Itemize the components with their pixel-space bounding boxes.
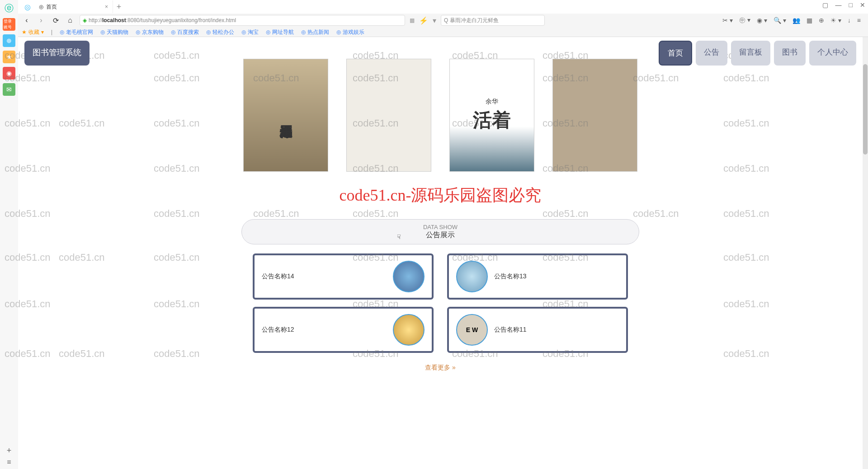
nav-tab-home[interactable]: 首页 (659, 41, 692, 66)
announcement-thumb (393, 261, 425, 292)
qr-icon[interactable]: ▦ (410, 17, 415, 23)
globe-icon[interactable]: ⊕ (819, 17, 824, 24)
view-more-link[interactable]: 查看更多 » (18, 364, 863, 372)
section-title-zh: 公告展示 (426, 230, 455, 240)
bookmark-item-8[interactable]: ◎ 热点新闻 (301, 28, 329, 36)
window-maximize-icon[interactable]: □ (849, 1, 853, 9)
browser-chrome: ◎ ◎ 首页 × + ▢ — □ ✕ ‹ › ⟳ ⌂ ◈ http://loca… (18, 0, 868, 37)
forward-button[interactable]: › (36, 15, 46, 25)
home-button[interactable]: ⌂ (65, 15, 75, 25)
sidebar-menu-icon[interactable]: ≡ (7, 458, 11, 466)
bookmark-item-4[interactable]: ◎ 百度搜索 (171, 28, 199, 36)
bookmark-item-2[interactable]: ◎ 天猫购物 (100, 28, 128, 36)
bookmark-item-7[interactable]: ◎ 网址导航 (266, 28, 294, 36)
window-minimize-icon[interactable]: — (835, 1, 842, 9)
sidebar-add-icon[interactable]: + (7, 446, 12, 455)
vertical-scrollbar[interactable] (863, 37, 868, 469)
bookmark-item-1[interactable]: ◎ 老毛桃官网 (60, 28, 93, 36)
tab-favicon-icon: ◎ (39, 4, 43, 10)
tab-title: 首页 (46, 3, 57, 11)
zoom-icon[interactable]: 🔍 ▾ (774, 17, 786, 24)
download-icon[interactable]: ↓ (848, 17, 851, 24)
toolbar-icons: ✂ ▾ ㊥ ▾ ◉ ▾ 🔍 ▾ 👥 ▦ ⊕ ☀ ▾ ↓ ≡ (722, 16, 861, 24)
compass-icon[interactable]: ◎ (21, 3, 34, 11)
announcement-card[interactable]: 公告名称14 (253, 253, 434, 300)
scissors-icon[interactable]: ✂ ▾ (722, 17, 733, 24)
nav-tab-message[interactable]: 留言板 (731, 41, 770, 66)
search-placeholder: 暴雨冲走白刀元鲜鱼 (450, 17, 499, 24)
announcement-card[interactable]: 公告名称12 (253, 307, 434, 353)
bookmark-item-9[interactable]: ◎ 游戏娱乐 (336, 28, 364, 36)
translate-icon[interactable]: ㊥ ▾ (739, 16, 750, 24)
announcement-title: 公告名称14 (262, 272, 294, 281)
nav-tab-announce[interactable]: 公告 (696, 41, 727, 66)
announcement-title: 公告名称13 (494, 272, 527, 281)
url-input[interactable]: ◈ http://localhost:8080/tushujieyueguanl… (80, 15, 405, 26)
sidebar-app-4-icon[interactable]: ✉ (3, 83, 15, 96)
reload-button[interactable]: ⟳ (51, 15, 61, 25)
shield-tool-icon[interactable]: ◉ ▾ (757, 17, 767, 24)
menu-icon[interactable]: ≡ (857, 17, 861, 24)
back-button[interactable]: ‹ (22, 15, 32, 25)
address-bar: ‹ › ⟳ ⌂ ◈ http://localhost:8080/tushujie… (18, 14, 868, 27)
book-cover-2[interactable] (346, 59, 431, 172)
section-title-en: DATA SHOW (423, 224, 458, 230)
nav-tab-books[interactable]: 图书 (774, 41, 806, 66)
book-title: 活着 (473, 108, 511, 133)
announcement-card[interactable]: 公告名称13 (447, 253, 628, 300)
browser-tab[interactable]: ◎ 首页 × (34, 0, 113, 13)
watermark-warning: code51.cn-源码乐园盗图必究 (18, 184, 863, 206)
nav-tab-profile[interactable]: 个人中心 (809, 41, 856, 66)
books-carousel: 條條大道通羅馬 余华 活着 (18, 59, 863, 172)
grid-icon[interactable]: ▦ (807, 17, 812, 24)
book-cover-3[interactable]: 余华 活着 (449, 59, 534, 172)
bookmark-item-6[interactable]: ◎ 淘宝 (241, 28, 259, 36)
sidebar-app-3-icon[interactable]: ◉ (3, 67, 15, 80)
announcement-grid: 公告名称14 公告名称13 公告名称12 公告名称11 E W (253, 253, 628, 353)
app-brand[interactable]: 图书管理系统 (24, 41, 90, 66)
main-content[interactable]: 條條大道通羅馬 余华 活着 code51.cn-源码乐园盗图必究 DATA SH… (18, 37, 863, 469)
shield-icon: ◈ (83, 17, 87, 23)
people-icon[interactable]: 👥 (793, 17, 800, 24)
window-pip-icon[interactable]: ▢ (822, 1, 828, 9)
announcement-title: 公告名称11 (494, 326, 527, 334)
bookmark-favorites[interactable]: ★ 收藏 ▾ (22, 28, 44, 36)
book-cover-1[interactable]: 條條大道通羅馬 (243, 59, 328, 172)
search-input[interactable]: Q 暴雨冲走白刀元鲜鱼 (441, 15, 545, 26)
announcement-thumb (456, 261, 488, 292)
flash-icon[interactable]: ⚡ (419, 16, 428, 25)
close-tab-icon[interactable]: × (105, 4, 108, 10)
search-icon: Q (444, 17, 448, 23)
sun-icon[interactable]: ☀ ▾ (830, 17, 841, 24)
announcement-title: 公告名称12 (262, 326, 294, 334)
login-tag[interactable]: 登录账号 (3, 18, 15, 31)
sidebar-app-2-icon[interactable]: ★ (3, 51, 15, 63)
sidebar-app-1-icon[interactable]: ⊕ (3, 34, 15, 47)
book-author: 余华 (473, 98, 511, 106)
announcement-thumb (393, 314, 425, 346)
tab-bar: ◎ ◎ 首页 × + ▢ — □ ✕ (18, 0, 868, 14)
announcement-thumb: E W (456, 314, 488, 346)
chevron-down-icon[interactable]: ▾ (433, 16, 436, 25)
scroll-thumb[interactable] (863, 64, 868, 155)
book-cover-4[interactable] (552, 59, 637, 172)
window-close-icon[interactable]: ✕ (860, 1, 865, 9)
bookmark-item-5[interactable]: ◎ 轻松办公 (206, 28, 234, 36)
bookmark-sep: | (51, 29, 52, 35)
section-header: DATA SHOW 公告展示 (241, 219, 639, 244)
bookmark-item-3[interactable]: ◎ 京东购物 (136, 28, 164, 36)
window-controls: ▢ — □ ✕ (822, 1, 865, 9)
url-text: http://localhost:8080/tushujieyueguanlix… (89, 17, 236, 23)
browser-logo-icon[interactable]: ⓔ (3, 2, 15, 14)
announcement-card[interactable]: 公告名称11 E W (447, 307, 628, 353)
new-tab-button[interactable]: + (113, 1, 125, 13)
app-nav: 首页 公告 留言板 图书 个人中心 (659, 41, 856, 66)
bookmark-bar: ★ 收藏 ▾ | ◎ 老毛桃官网 ◎ 天猫购物 ◎ 京东购物 ◎ 百度搜索 ◎ … (18, 27, 868, 37)
app-left-sidebar: ⓔ 登录账号 ⊕ ★ ◉ ✉ + ≡ (0, 0, 18, 469)
